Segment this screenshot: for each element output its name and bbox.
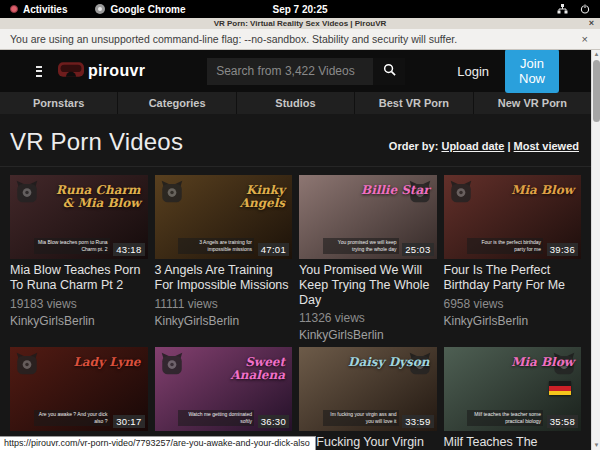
duration-badge: 30:17 — [113, 415, 144, 428]
nav-item-categories[interactable]: Categories — [117, 92, 235, 114]
video-card[interactable]: Kinky Angels 3 Angels are training for i… — [155, 175, 293, 341]
search-icon — [383, 63, 396, 79]
infobar-close-icon[interactable]: × — [582, 33, 588, 45]
vr-goggles-icon — [58, 62, 84, 81]
thumbnail-caption: Mia Blow teaches porn to Runa Charm pt. … — [34, 238, 110, 254]
thumbnail-caption: 3 Angels are training for impossible mis… — [178, 238, 254, 254]
scrollbar-thumb[interactable] — [593, 60, 600, 122]
clock[interactable]: Sep 7 20:25 — [0, 4, 600, 15]
thumbnail-overlay-name: Sweet Analena — [200, 356, 285, 382]
thumbnail-caption: Watch me getting dominated softly — [178, 410, 254, 426]
thumbnail-overlay-name: Mia Blow — [511, 184, 574, 197]
status-bar-url: https://pirouvr.com/vr-porn-video/779325… — [0, 436, 316, 450]
site-logo[interactable]: pirouvr — [58, 62, 145, 81]
duration-badge: 35:58 — [547, 415, 578, 428]
join-now-button[interactable]: Join Now — [505, 50, 559, 93]
video-title[interactable]: You Promised We Will Keep Trying The Who… — [299, 263, 437, 307]
duration-badge: 43:18 — [113, 243, 144, 256]
video-studio-link[interactable]: KinkyGirlsBerlin — [444, 315, 582, 327]
video-thumbnail[interactable]: Sweet Analena Watch me getting dominated… — [155, 347, 293, 431]
page-title: VR Porn Videos — [10, 128, 183, 156]
video-card[interactable]: Mia Blow Milf teaches the teacher some p… — [444, 347, 582, 450]
thumbnail-caption: Four is the perfect birthday party for m… — [467, 238, 543, 254]
chrome-infobar: You are using an unsupported command-lin… — [0, 29, 600, 50]
nav-item-pornstars[interactable]: Pornstars — [0, 92, 117, 114]
video-title[interactable]: Four Is The Perfect Birthday Party For M… — [444, 263, 582, 293]
studio-cat-mask-icon — [159, 351, 185, 377]
system-top-bar: Activities Google Chrome Sep 7 20:25 — [0, 0, 600, 18]
video-card[interactable]: Runa Charm & Mia Blow Mia Blow teaches p… — [10, 175, 148, 341]
thumbnail-overlay-name: Lady Lyne — [73, 356, 140, 369]
duration-badge: 25:03 — [402, 243, 433, 256]
studio-cat-mask-icon — [14, 179, 40, 205]
thumbnail-overlay-name: Daisy Dyson — [348, 356, 430, 369]
studio-cat-mask-icon — [14, 351, 40, 377]
video-thumbnail[interactable]: Mia Blow Four is the perfect birthday pa… — [444, 175, 582, 259]
nav-item-studios[interactable]: Studios — [236, 92, 354, 114]
video-thumbnail[interactable]: Lady Lyne Are you awake ? And your dick … — [10, 347, 148, 431]
infobar-message: You are using an unsupported command-lin… — [10, 33, 457, 45]
video-card[interactable]: Daisy Dyson Im fucking your virgin ass a… — [299, 347, 437, 450]
thumbnail-caption: Are you awake ? And your dick also ? — [34, 410, 110, 426]
thumbnail-overlay-name: Mia Blow — [511, 356, 574, 369]
video-thumbnail[interactable]: Runa Charm & Mia Blow Mia Blow teaches p… — [10, 175, 148, 259]
search-button[interactable] — [373, 58, 405, 85]
german-flag-icon — [549, 381, 571, 395]
video-card[interactable]: Lady Lyne Are you awake ? And your dick … — [10, 347, 148, 450]
video-thumbnail[interactable]: Daisy Dyson Im fucking your virgin ass a… — [299, 347, 437, 431]
video-studio-link[interactable]: KinkyGirlsBerlin — [299, 329, 437, 341]
duration-badge: 36:30 — [258, 415, 289, 428]
scrollbar-down-arrow-icon[interactable]: ▼ — [592, 441, 600, 450]
thumbnail-caption: Milf teaches the teacher some practical … — [467, 410, 543, 426]
order-by-separator: | — [507, 140, 510, 152]
studio-cat-mask-icon — [448, 179, 474, 205]
video-title[interactable]: Mia Blow Teaches Porn To Runa Charm Pt 2 — [10, 263, 148, 293]
site-header: pirouvr Login Join Now — [0, 50, 591, 92]
order-by-upload-date-link[interactable]: Upload date — [441, 140, 504, 152]
site-logo-text: pirouvr — [88, 62, 145, 80]
search-box — [207, 58, 405, 85]
scrollbar-up-arrow-icon[interactable]: ▲ — [592, 50, 600, 59]
search-input[interactable] — [207, 58, 373, 85]
hamburger-menu-icon[interactable] — [36, 63, 42, 79]
nav-item-new-vr-porn[interactable]: New VR Porn — [473, 92, 591, 114]
video-studio-link[interactable]: KinkyGirlsBerlin — [10, 315, 148, 327]
video-card[interactable]: Sweet Analena Watch me getting dominated… — [155, 347, 293, 450]
video-thumbnail[interactable]: Billie Star You promised we will keep tr… — [299, 175, 437, 259]
duration-badge: 33:59 — [402, 415, 433, 428]
video-title[interactable]: Im Fucking Your Virgin Ass And You Will … — [299, 435, 437, 450]
video-thumbnail[interactable]: Kinky Angels 3 Angels are training for i… — [155, 175, 293, 259]
video-title[interactable]: Milf Teaches The Teacher Some Practical … — [444, 435, 582, 450]
thumbnail-overlay-name: Runa Charm & Mia Blow — [55, 184, 140, 210]
video-card[interactable]: Billie Star You promised we will keep tr… — [299, 175, 437, 341]
video-thumbnail[interactable]: Mia Blow Milf teaches the teacher some p… — [444, 347, 582, 431]
video-views: 11326 views — [299, 312, 437, 324]
window-title: VR Porn: Virtual Reality Sex Videos | Pi… — [214, 19, 387, 28]
video-title[interactable]: 3 Angels Are Training For Impossible Mis… — [155, 263, 293, 293]
duration-badge: 39:36 — [547, 243, 578, 256]
page-scrollbar[interactable]: ▲ ▼ — [591, 50, 600, 450]
nav-item-best-vr-porn[interactable]: Best VR Porn — [354, 92, 472, 114]
duration-badge: 47:01 — [258, 243, 289, 256]
order-by-label: Order by: — [389, 140, 439, 152]
browser-viewport: pirouvr Login Join Now Pornstars Categor… — [0, 50, 600, 450]
video-card[interactable]: Mia Blow Four is the perfect birthday pa… — [444, 175, 582, 341]
video-grid: Runa Charm & Mia Blow Mia Blow teaches p… — [0, 167, 591, 450]
order-by-controls: Order by: Upload date | Most viewed — [389, 140, 579, 156]
video-studio-link[interactable]: KinkyGirlsBerlin — [155, 315, 293, 327]
thumbnail-overlay-name: Billie Star — [361, 184, 430, 197]
thumbnail-caption: You promised we will keep trying the who… — [323, 238, 399, 254]
order-by-most-viewed-link[interactable]: Most viewed — [514, 140, 579, 152]
video-views: 11111 views — [155, 298, 293, 310]
window-title-bar: VR Porn: Virtual Reality Sex Videos | Pi… — [0, 18, 600, 29]
video-views: 6958 views — [444, 298, 582, 310]
login-link[interactable]: Login — [457, 64, 489, 79]
studio-cat-mask-icon — [159, 179, 185, 205]
thumbnail-caption: Im fucking your virgin ass and you will … — [323, 410, 399, 426]
main-nav: Pornstars Categories Studios Best VR Por… — [0, 92, 591, 114]
thumbnail-overlay-name: Kinky Angels — [200, 184, 285, 210]
window-close-icon[interactable]: × — [589, 18, 594, 29]
video-views: 19183 views — [10, 298, 148, 310]
